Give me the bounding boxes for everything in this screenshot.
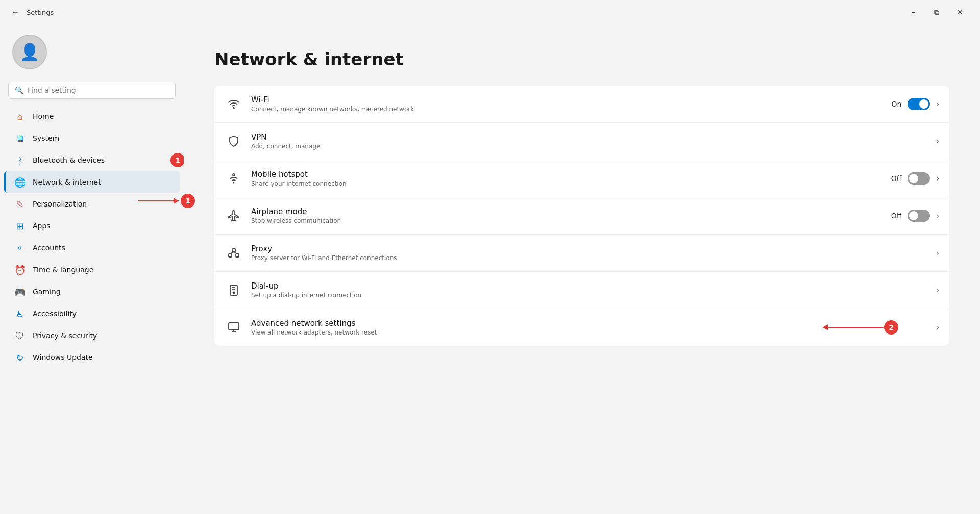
svg-line-6 xyxy=(230,252,234,254)
sidebar-item-label-accounts: Accounts xyxy=(33,244,65,252)
sidebar-item-apps[interactable]: ⊞Apps xyxy=(4,215,180,237)
airplane-mode-chevron: › xyxy=(936,212,939,220)
sidebar-item-bluetooth[interactable]: ᛒBluetooth & devices1 xyxy=(4,149,180,171)
dialup-chevron: › xyxy=(936,286,939,294)
svg-point-1 xyxy=(233,174,235,176)
titlebar: ← Settings − ⧉ ✕ xyxy=(0,0,980,24)
advanced-network-title: Advanced network settings xyxy=(251,319,928,328)
personalization-icon: ✎ xyxy=(14,198,26,210)
advanced-network-subtitle: View all network adapters, network reset xyxy=(251,329,928,336)
sidebar: 👤 🔍 ⌂Home🖥SystemᛒBluetooth & devices1🌐Ne… xyxy=(0,24,184,514)
user-profile[interactable]: 👤 xyxy=(0,24,184,78)
sidebar-item-accessibility[interactable]: ♿Accessibility xyxy=(4,303,180,324)
svg-rect-4 xyxy=(236,254,239,257)
svg-rect-3 xyxy=(229,254,232,257)
airplane-mode-icon xyxy=(225,207,243,225)
proxy-icon xyxy=(225,244,243,262)
page-title: Network & internet xyxy=(214,49,949,69)
vpn-title: VPN xyxy=(251,133,928,142)
airplane-mode-title: Airplane mode xyxy=(251,207,883,216)
sidebar-item-label-personalization: Personalization xyxy=(33,200,87,208)
dialup-icon xyxy=(225,281,243,299)
restore-button[interactable]: ⧉ xyxy=(925,4,948,20)
sidebar-item-label-home: Home xyxy=(33,112,54,120)
sidebar-item-update[interactable]: ↻Windows Update xyxy=(4,347,180,368)
sidebar-item-gaming[interactable]: 🎮Gaming xyxy=(4,281,180,302)
sidebar-item-time[interactable]: ⏰Time & language xyxy=(4,259,180,280)
sidebar-item-home[interactable]: ⌂Home xyxy=(4,106,180,127)
proxy-subtitle: Proxy server for Wi-Fi and Ethernet conn… xyxy=(251,254,928,262)
wifi-title: Wi-Fi xyxy=(251,95,883,105)
settings-row-advanced-network[interactable]: Advanced network settingsView all networ… xyxy=(214,309,949,346)
minimize-button[interactable]: − xyxy=(901,4,925,20)
sidebar-item-accounts[interactable]: ⚬Accounts xyxy=(4,237,180,259)
window-title: Settings xyxy=(27,9,897,16)
mobile-hotspot-title: Mobile hotspot xyxy=(251,170,883,179)
search-icon: 🔍 xyxy=(15,86,23,94)
home-icon: ⌂ xyxy=(14,111,26,122)
sidebar-item-label-apps: Apps xyxy=(33,222,51,230)
svg-rect-5 xyxy=(232,249,235,252)
mobile-hotspot-chevron: › xyxy=(936,174,939,183)
bluetooth-icon: ᛒ xyxy=(14,155,26,166)
advanced-network-chevron: › xyxy=(936,323,939,331)
app-body: 👤 🔍 ⌂Home🖥SystemᛒBluetooth & devices1🌐Ne… xyxy=(0,24,980,514)
vpn-subtitle: Add, connect, manage xyxy=(251,143,928,150)
accessibility-icon: ♿ xyxy=(14,308,26,319)
sidebar-item-privacy[interactable]: 🛡Privacy & security xyxy=(4,325,180,346)
airplane-mode-subtitle: Stop wireless communication xyxy=(251,217,883,224)
sidebar-item-label-accessibility: Accessibility xyxy=(33,310,77,318)
svg-point-11 xyxy=(233,292,235,294)
mobile-hotspot-icon xyxy=(225,169,243,188)
sidebar-item-label-bluetooth: Bluetooth & devices xyxy=(33,156,105,164)
wifi-subtitle: Connect, manage known networks, metered … xyxy=(251,106,883,113)
person-icon: 👤 xyxy=(19,42,40,62)
proxy-chevron: › xyxy=(936,249,939,257)
settings-row-airplane-mode[interactable]: Airplane modeStop wireless communication… xyxy=(214,197,949,235)
airplane-mode-toggle[interactable] xyxy=(908,210,930,222)
gaming-icon: 🎮 xyxy=(14,286,26,297)
close-button[interactable]: ✕ xyxy=(948,4,972,20)
window-controls: − ⧉ ✕ xyxy=(901,4,972,20)
sidebar-item-system[interactable]: 🖥System xyxy=(4,127,180,149)
vpn-chevron: › xyxy=(936,137,939,145)
update-icon: ↻ xyxy=(14,352,26,363)
settings-row-vpn[interactable]: VPNAdd, connect, manage› xyxy=(214,123,949,160)
mobile-hotspot-toggle[interactable] xyxy=(908,172,930,185)
search-box[interactable]: 🔍 xyxy=(8,82,176,99)
svg-point-0 xyxy=(233,108,234,109)
svg-line-7 xyxy=(234,252,237,254)
apps-icon: ⊞ xyxy=(14,220,26,232)
settings-row-dialup[interactable]: Dial-upSet up a dial-up internet connect… xyxy=(214,272,949,309)
advanced-network-icon xyxy=(225,318,243,337)
settings-row-wifi[interactable]: Wi-FiConnect, manage known networks, met… xyxy=(214,86,949,123)
search-input[interactable] xyxy=(28,86,169,94)
mobile-hotspot-subtitle: Share your internet connection xyxy=(251,180,883,187)
dialup-subtitle: Set up a dial-up internet connection xyxy=(251,292,928,299)
svg-rect-12 xyxy=(229,323,239,330)
wifi-chevron: › xyxy=(936,100,939,108)
system-icon: 🖥 xyxy=(14,133,26,144)
sidebar-item-network[interactable]: 🌐Network & internet xyxy=(4,171,180,193)
sidebar-item-personalization[interactable]: ✎Personalization xyxy=(4,193,180,215)
airplane-mode-toggle-label: Off xyxy=(891,212,902,220)
wifi-icon xyxy=(225,95,243,113)
sidebar-item-label-system: System xyxy=(33,134,59,142)
wifi-toggle[interactable] xyxy=(908,98,930,110)
settings-row-proxy[interactable]: ProxyProxy server for Wi-Fi and Ethernet… xyxy=(214,235,949,272)
time-icon: ⏰ xyxy=(14,264,26,275)
sidebar-item-label-network: Network & internet xyxy=(33,178,101,186)
privacy-icon: 🛡 xyxy=(14,330,26,341)
settings-row-mobile-hotspot[interactable]: Mobile hotspotShare your internet connec… xyxy=(214,160,949,197)
sidebar-item-label-gaming: Gaming xyxy=(33,288,61,296)
settings-list: Wi-FiConnect, manage known networks, met… xyxy=(214,86,949,346)
sidebar-item-label-privacy: Privacy & security xyxy=(33,331,97,340)
sidebar-item-label-time: Time & language xyxy=(33,266,93,274)
back-button[interactable]: ← xyxy=(8,5,22,19)
sidebar-item-label-update: Windows Update xyxy=(33,353,93,362)
network-icon: 🌐 xyxy=(14,176,26,188)
annotation-badge-1: 1 xyxy=(170,153,184,167)
mobile-hotspot-toggle-label: Off xyxy=(891,174,902,183)
main-content: Network & internet Wi-FiConnect, manage … xyxy=(184,24,980,514)
dialup-title: Dial-up xyxy=(251,281,928,291)
